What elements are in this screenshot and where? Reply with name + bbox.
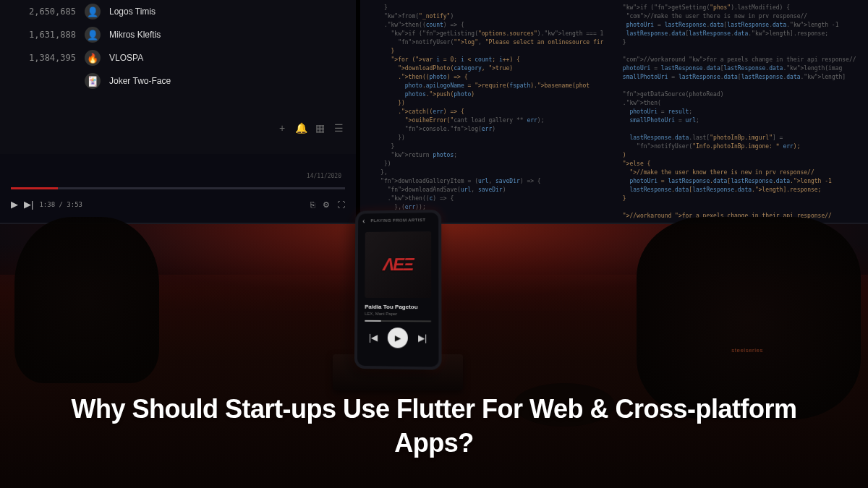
album-logo: ΛΕΞ [383,254,413,275]
stat-number: 1,631,888 [22,30,76,40]
brand-label: steelseries [731,347,763,354]
phone-header: ‹ PLAYING FROM ARTIST [358,213,438,228]
scene-root: 2,650,685 👤 Logos Timis 1,631,888 👤 Mikr… [0,0,868,488]
avatar-icon: 🔥 [85,50,101,66]
code-column-left: } "kw">from("_notify") ."kw">then((count… [363,4,605,219]
track-artist: LEX, Mani Paper [365,312,431,316]
menu-icon[interactable]: ☰ [332,121,345,134]
play-pause-button[interactable]: ▶ [388,328,408,348]
cc-icon[interactable]: ⎘ [310,200,315,210]
headphones-silhouette [637,217,861,419]
video-progress[interactable] [11,187,345,189]
fullscreen-icon[interactable]: ⛶ [337,200,345,210]
user-name-label: Logos Timis [109,7,156,17]
bezel-divider [356,0,360,224]
track-title: Paidia Tou Pagetou [365,304,431,310]
avatar-icon: 🃏 [85,73,101,89]
phone-screen: ‹ PLAYING FROM ARTIST ΛΕΞ Paidia Tou Pag… [357,213,439,367]
avatar-icon: 👤 [85,4,101,20]
user-name-label: Joker Two-Face [109,76,171,86]
right-monitor: } "kw">from("_notify") ."kw">then((count… [356,0,868,224]
plus-icon[interactable]: + [276,121,289,134]
phone-playback-controls: |◀ ▶ ▶| [357,328,438,348]
next-track-icon[interactable]: ▶| [418,333,427,343]
time-display: 1:38 / 3:53 [39,201,82,208]
user-name-label: Mikros Kleftis [109,30,161,40]
left-monitor: 2,650,685 👤 Logos Timis 1,631,888 👤 Mikr… [0,0,356,224]
user-list: 2,650,685 👤 Logos Timis 1,631,888 👤 Mikr… [22,0,246,93]
phone-header-label: PLAYING FROM ARTIST [370,218,425,223]
settings-icon[interactable]: ⚙ [323,200,330,210]
monitor-top-controls: + 🔔 ▦ ☰ [276,121,345,134]
user-row[interactable]: 1,384,395 🔥 VLOSPA [22,46,246,69]
title-overlay: Why Should Start-ups Use Flutter For Web… [0,393,868,461]
stat-number: 1,384,395 [22,53,76,63]
user-row[interactable]: 1,631,888 👤 Mikros Kleftis [22,23,246,46]
video-player: ▶ ▶| 1:38 / 3:53 ⎘ ⚙ ⛶ 14/11/2020 [0,154,356,223]
play-icon[interactable]: ▶ [11,199,18,210]
video-left-controls: ▶ ▶| 1:38 / 3:53 [11,199,82,210]
back-icon[interactable]: ‹ [362,216,365,225]
album-art[interactable]: ΛΕΞ [365,231,431,298]
phone-device: ‹ PLAYING FROM ARTIST ΛΕΞ Paidia Tou Pag… [354,210,442,370]
code-editor: } "kw">from("_notify") ."kw">then((count… [356,0,868,223]
video-progress-fill [11,187,58,189]
prev-track-icon[interactable]: |◀ [369,333,378,343]
stat-number: 2,650,685 [22,7,76,17]
bell-icon[interactable]: 🔔 [294,121,307,134]
article-title: Why Should Start-ups Use Flutter For Web… [0,393,868,461]
date-badge: 14/11/2020 [307,173,341,179]
code-column-right: "kw">if ("fn">getSetting("phos").lastMod… [619,4,861,219]
grid-icon[interactable]: ▦ [313,121,326,134]
user-row[interactable]: 🃏 Joker Two-Face [22,69,246,93]
user-name-label: VLOSPA [109,53,143,63]
phone-progress[interactable] [365,320,431,322]
user-row[interactable]: 2,650,685 👤 Logos Timis [22,0,246,23]
microphone-silhouette [14,217,159,383]
track-info: Paidia Tou Pagetou LEX, Mani Paper [357,304,438,317]
next-icon[interactable]: ▶| [24,199,33,210]
phone-progress-fill [365,320,381,322]
avatar-icon: 👤 [85,27,101,43]
video-right-controls: ⎘ ⚙ ⛶ [310,200,345,210]
monitors-area: 2,650,685 👤 Logos Timis 1,631,888 👤 Mikr… [0,0,868,224]
